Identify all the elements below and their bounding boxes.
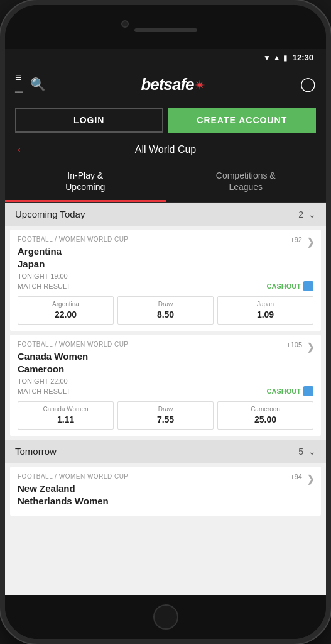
filter-icon[interactable]: ≡━━ [15,71,23,97]
breadcrumb: ← All World Cup [5,138,326,162]
home-button[interactable] [153,604,178,630]
arrow-right-2[interactable]: ❯ [307,341,315,353]
status-bar: ▼ ▲ ▮ 12:30 [5,49,326,66]
signal-icon: ▲ [273,53,281,62]
match-time-1: TONIGHT 19:00 [18,272,313,280]
odds-btn-japan[interactable]: Japan 1.09 [217,296,313,325]
chevron-icon: ⌄ [308,209,316,219]
auth-buttons: LOGIN CREATE ACCOUNT [5,103,326,138]
match-type-row-1: MATCH RESULT CASHOUT [18,281,313,291]
odds-value-japan: 1.09 [257,309,274,319]
odds-btn-argentina[interactable]: Argentina 22.00 [18,296,114,325]
match-card-canada-cameroon: FOOTBALL / WOMEN WORLD CUP Canada WomenC… [10,335,321,436]
match-league-1: FOOTBALL / WOMEN WORLD CUP [18,236,313,243]
cashout-icon-1 [303,281,313,291]
tab-in-play[interactable]: In-Play &Upcoming [5,162,166,202]
match-type-row-2: MATCH RESULT CASHOUT [18,386,313,396]
speaker [134,28,197,32]
section-upcoming-today-right: 2 ⌄ [298,209,316,219]
odds-btn-draw-2[interactable]: Draw 7.55 [117,401,214,430]
screen: ▼ ▲ ▮ 12:30 ≡━━ 🔍 betsafe✴ ◯ LOGIN CREAT… [5,49,326,595]
tomorrow-chevron-icon: ⌄ [308,447,316,457]
create-account-button[interactable]: CREATE ACCOUNT [168,108,317,133]
cashout-icon-2 [303,386,313,396]
odds-btn-cameroon[interactable]: Cameroon 25.00 [217,401,313,430]
odds-btn-draw-1[interactable]: Draw 8.50 [117,296,214,325]
logo-container: betsafe✴ [141,75,205,94]
arrow-right-3[interactable]: ❯ [307,473,315,485]
match-time-2: TONIGHT 22:00 [18,377,313,385]
odds-value-draw-2: 7.55 [157,414,174,425]
camera [121,20,129,28]
match-teams-1: ArgentinaJapan [18,245,313,270]
odds-value-argentina: 22.00 [55,309,77,319]
match-card-newzealand-netherlands: FOOTBALL / WOMEN WORLD CUP New ZealandNe… [10,467,321,516]
match-type-1: MATCH RESULT [18,282,70,290]
header-left: ≡━━ 🔍 [15,71,46,97]
cashout-badge-2[interactable]: CASHOUT [267,386,313,396]
account-icon[interactable]: ◯ [300,76,316,92]
phone-frame: ▼ ▲ ▮ 12:30 ≡━━ 🔍 betsafe✴ ◯ LOGIN CREAT… [0,0,331,644]
status-icons: ▼ ▲ ▮ 12:30 [263,53,313,62]
odds-label-cameroon: Cameroon [220,406,310,413]
odds-label-draw-2: Draw [121,406,210,413]
upcoming-today-count: 2 [298,209,303,219]
logo-star: ✴ [194,77,205,93]
battery-icon: ▮ [283,53,288,62]
tab-competitions[interactable]: Competitions &Leagues [166,162,327,202]
app-header: ≡━━ 🔍 betsafe✴ ◯ [5,66,326,103]
odds-label-canada: Canada Women [21,406,111,413]
odds-label-draw-1: Draw [121,301,210,308]
section-tomorrow-right: 5 ⌄ [298,447,316,457]
bottom-bezel [5,595,326,639]
status-time: 12:30 [293,53,313,62]
match-type-2: MATCH RESULT [18,387,70,395]
odds-value-canada: 1.11 [57,414,74,425]
match-teams-2: Canada WomenCameroon [18,350,313,375]
odds-row-2: Canada Women 1.11 Draw 7.55 Cameroon 25.… [18,401,313,430]
more-badge-2: +105 [286,341,302,348]
wifi-icon: ▼ [263,53,271,62]
logo-text: betsafe [141,75,193,94]
breadcrumb-title: All World Cup [135,144,197,155]
content: Upcoming Today 2 ⌄ FOOTBALL / WOMEN WORL… [5,203,326,595]
odds-label-japan: Japan [220,301,310,308]
back-button[interactable]: ← [15,142,29,158]
tomorrow-count: 5 [298,447,303,457]
section-upcoming-today[interactable]: Upcoming Today 2 ⌄ [5,203,326,226]
odds-row-1: Argentina 22.00 Draw 8.50 Japan 1.09 [18,296,313,325]
more-badge-3: +94 [290,473,302,480]
section-upcoming-today-title: Upcoming Today [15,209,85,219]
section-tomorrow-title: Tomorrow [15,446,57,457]
arrow-right-1[interactable]: ❯ [307,236,315,248]
login-button[interactable]: LOGIN [15,108,163,133]
odds-value-draw-1: 8.50 [157,309,174,319]
cashout-badge-1[interactable]: CASHOUT [267,281,313,291]
top-bezel [5,5,326,49]
odds-label-argentina: Argentina [21,301,111,308]
odds-btn-canada[interactable]: Canada Women 1.11 [18,401,114,430]
match-league-2: FOOTBALL / WOMEN WORLD CUP [18,341,313,348]
section-tomorrow[interactable]: Tomorrow 5 ⌄ [5,440,326,463]
more-badge-1: +92 [290,236,302,243]
tabs: In-Play &Upcoming Competitions &Leagues [5,162,326,203]
match-teams-3: New ZealandNetherlands Women [18,482,313,507]
search-icon[interactable]: 🔍 [30,77,46,92]
odds-value-cameroon: 25.00 [254,414,276,425]
match-league-3: FOOTBALL / WOMEN WORLD CUP [18,473,313,480]
match-card-argentina-japan: FOOTBALL / WOMEN WORLD CUP ArgentinaJapa… [10,230,321,331]
